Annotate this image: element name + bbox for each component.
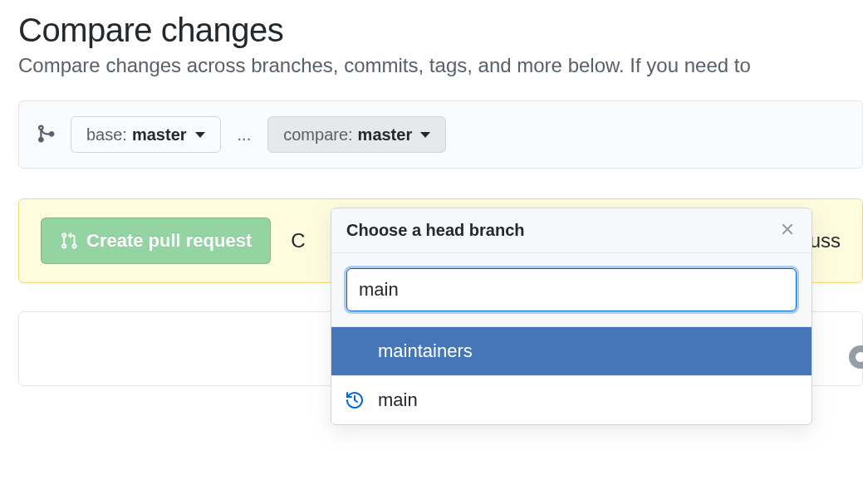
triangle-down-icon	[420, 132, 430, 138]
compare-branch-name: master	[358, 125, 413, 144]
base-branch-button[interactable]: base: master	[71, 116, 221, 153]
flash-message-prefix: C	[291, 229, 305, 252]
range-editor: base: master ... compare: master	[18, 100, 863, 169]
compare-branch-button[interactable]: compare: master	[267, 116, 446, 153]
base-label: base:	[86, 125, 127, 144]
range-separator: ...	[236, 125, 253, 144]
compare-label: compare:	[283, 125, 352, 144]
git-pull-request-icon	[60, 232, 78, 250]
git-compare-icon	[36, 124, 56, 146]
dropdown-header: Choose a head branch	[331, 208, 812, 253]
page-subtitle: Compare changes across branches, commits…	[18, 54, 863, 77]
flash-message-suffix: uss	[810, 229, 841, 252]
close-icon[interactable]	[778, 220, 797, 241]
branch-option-label: main	[378, 389, 418, 411]
dropdown-search-wrap	[331, 253, 812, 327]
history-icon	[345, 390, 365, 410]
branch-option-main[interactable]: main	[331, 375, 812, 424]
branch-option-maintainers[interactable]: maintainers	[331, 327, 812, 375]
dropdown-title: Choose a head branch	[346, 221, 525, 240]
page-title: Compare changes	[18, 12, 863, 49]
create-pr-label: Create pull request	[86, 230, 252, 252]
branch-search-input[interactable]	[346, 268, 797, 311]
triangle-down-icon	[195, 132, 205, 138]
commit-marker-icon	[849, 345, 863, 369]
head-branch-dropdown: Choose a head branch maintainers main	[331, 208, 812, 425]
create-pull-request-button[interactable]: Create pull request	[41, 218, 271, 264]
branch-option-label: maintainers	[378, 340, 473, 362]
base-branch-name: master	[132, 125, 187, 144]
